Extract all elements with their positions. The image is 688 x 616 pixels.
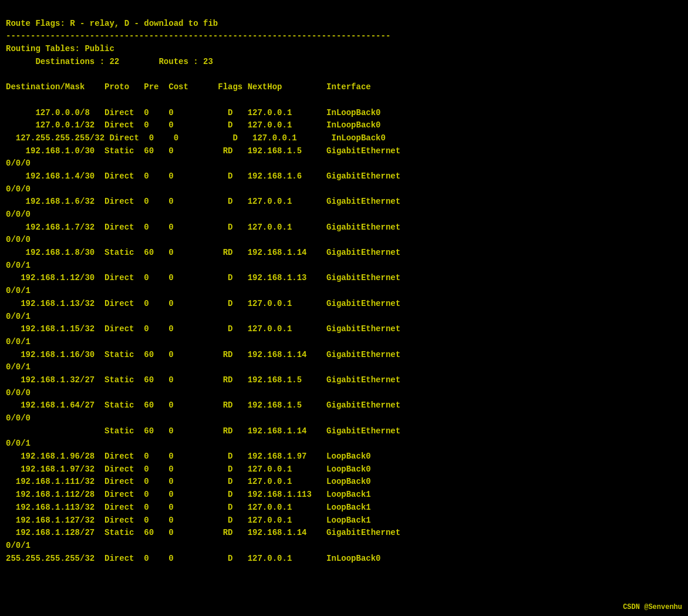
terminal-line: 192.168.1.113/32 Direct 0 0 D 127.0.0.1 … (6, 501, 682, 514)
terminal-line: ----------------------------------------… (6, 30, 682, 43)
terminal-line: 192.168.1.8/30 Static 60 0 RD 192.168.1.… (6, 247, 682, 260)
terminal-line: Routing Tables: Public (6, 43, 682, 56)
terminal-line: 0/0/1 (6, 336, 682, 349)
terminal-line: 127.255.255.255/32 Direct 0 0 D 127.0.0.… (6, 132, 682, 145)
terminal-line: Static 60 0 RD 192.168.1.14 GigabitEther… (6, 425, 682, 438)
watermark: CSDN @Senvenhu (623, 603, 682, 611)
terminal-line: 192.168.1.97/32 Direct 0 0 D 127.0.0.1 L… (6, 463, 682, 476)
terminal-line (6, 68, 682, 81)
terminal-line: 192.168.1.64/27 Static 60 0 RD 192.168.1… (6, 399, 682, 412)
terminal-line: 192.168.1.13/32 Direct 0 0 D 127.0.0.1 G… (6, 298, 682, 311)
terminal-line: 192.168.1.4/30 Direct 0 0 D 192.168.1.6 … (6, 170, 682, 183)
terminal-line: 0/0/1 (6, 285, 682, 298)
terminal-line: 192.168.1.112/28 Direct 0 0 D 192.168.1.… (6, 489, 682, 501)
terminal-line: 0/0/1 (6, 260, 682, 272)
terminal-line: 0/0/0 (6, 208, 682, 221)
terminal-output: Route Flags: R - relay, D - download to … (6, 5, 682, 565)
terminal-line: 192.168.1.16/30 Static 60 0 RD 192.168.1… (6, 349, 682, 362)
terminal-line: 127.0.0.1/32 Direct 0 0 D 127.0.0.1 InLo… (6, 119, 682, 132)
terminal-line: 0/0/0 (6, 234, 682, 247)
terminal-line: 192.168.1.0/30 Static 60 0 RD 192.168.1.… (6, 145, 682, 158)
terminal-line: 192.168.1.6/32 Direct 0 0 D 127.0.0.1 Gi… (6, 196, 682, 208)
terminal-line (6, 94, 682, 107)
terminal-line: 192.168.1.96/28 Direct 0 0 D 192.168.1.9… (6, 450, 682, 463)
terminal-line: 0/0/0 (6, 412, 682, 425)
terminal-line: 255.255.255.255/32 Direct 0 0 D 127.0.0.… (6, 553, 682, 565)
terminal-line: 0/0/1 (6, 540, 682, 553)
terminal-line: 127.0.0.0/8 Direct 0 0 D 127.0.0.1 InLoo… (6, 107, 682, 120)
terminal-line: Destinations : 22 Routes : 23 (6, 56, 682, 69)
terminal-line: 0/0/0 (6, 157, 682, 170)
terminal-line: Destination/Mask Proto Pre Cost Flags Ne… (6, 81, 682, 94)
terminal-line: Route Flags: R - relay, D - download to … (6, 18, 682, 31)
terminal-line: 192.168.1.32/27 Static 60 0 RD 192.168.1… (6, 374, 682, 387)
terminal-line: 192.168.1.128/27 Static 60 0 RD 192.168.… (6, 527, 682, 540)
terminal-line: 0/0/0 (6, 183, 682, 196)
terminal-line: 0/0/1 (6, 361, 682, 374)
terminal-line: 192.168.1.15/32 Direct 0 0 D 127.0.0.1 G… (6, 323, 682, 336)
terminal-line: 0/0/1 (6, 437, 682, 450)
terminal-line: 0/0/1 (6, 311, 682, 324)
terminal-line: 0/0/0 (6, 387, 682, 400)
terminal-line: 192.168.1.12/30 Direct 0 0 D 192.168.1.1… (6, 272, 682, 285)
terminal-line: 192.168.1.111/32 Direct 0 0 D 127.0.0.1 … (6, 476, 682, 489)
terminal-line: 192.168.1.7/32 Direct 0 0 D 127.0.0.1 Gi… (6, 221, 682, 234)
terminal-line: 192.168.1.127/32 Direct 0 0 D 127.0.0.1 … (6, 514, 682, 527)
